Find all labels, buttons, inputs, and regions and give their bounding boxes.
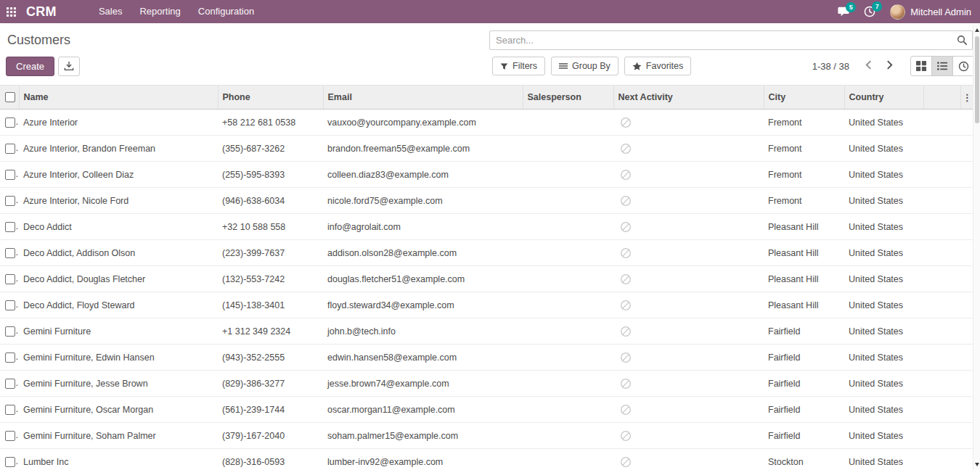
- table-row[interactable]: Deco Addict +32 10 588 558 info@agrolait…: [0, 214, 973, 240]
- cell-country[interactable]: United States: [844, 345, 923, 371]
- cell-next-activity[interactable]: [613, 214, 764, 240]
- cell-phone[interactable]: (355)-687-3262: [218, 136, 323, 162]
- cell-salesperson[interactable]: [523, 423, 613, 449]
- cell-next-activity[interactable]: [613, 162, 764, 188]
- cell-city[interactable]: Fremont: [764, 162, 844, 188]
- kanban-view-button[interactable]: [910, 56, 932, 76]
- cell-name[interactable]: Gemini Furniture, Soham Palmer: [19, 423, 218, 449]
- cell-phone[interactable]: (943)-352-2555: [218, 345, 323, 371]
- cell-salesperson[interactable]: [523, 397, 613, 423]
- cell-salesperson[interactable]: [523, 188, 613, 214]
- cell-phone[interactable]: +58 212 681 0538: [218, 110, 323, 136]
- table-row[interactable]: Gemini Furniture +1 312 349 2324 john.b@…: [0, 318, 973, 345]
- cell-phone[interactable]: (255)-595-8393: [218, 162, 323, 188]
- menu-sales[interactable]: Sales: [91, 0, 130, 23]
- cell-country[interactable]: United States: [844, 292, 923, 318]
- create-button[interactable]: Create: [6, 57, 54, 76]
- cell-country[interactable]: United States: [844, 188, 923, 214]
- next-activity-icon[interactable]: [620, 221, 632, 233]
- cell-country[interactable]: United States: [844, 136, 923, 162]
- cell-name[interactable]: Gemini Furniture, Oscar Morgan: [19, 397, 218, 423]
- cell-city[interactable]: Pleasant Hill: [764, 292, 844, 318]
- cell-city[interactable]: Fairfield: [764, 371, 844, 397]
- cell-email[interactable]: jesse.brown74@example.com: [323, 371, 523, 397]
- cell-name[interactable]: Gemini Furniture, Edwin Hansen: [19, 345, 218, 371]
- cell-city[interactable]: Fairfield: [764, 423, 844, 449]
- cell-phone[interactable]: (828)-316-0593: [218, 449, 323, 470]
- column-header-email[interactable]: Email: [323, 86, 523, 110]
- table-row[interactable]: Lumber Inc (828)-316-0593 lumber-inv92@e…: [0, 449, 973, 470]
- cell-next-activity[interactable]: [613, 292, 764, 318]
- next-activity-icon[interactable]: [620, 247, 632, 259]
- column-header-phone[interactable]: Phone: [218, 86, 323, 110]
- row-checkbox[interactable]: [5, 457, 15, 467]
- cell-country[interactable]: United States: [844, 110, 923, 136]
- table-row[interactable]: Gemini Furniture, Edwin Hansen (943)-352…: [0, 345, 973, 371]
- next-activity-icon[interactable]: [620, 404, 632, 416]
- cell-next-activity[interactable]: [613, 318, 764, 345]
- vertical-scrollbar[interactable]: [973, 25, 980, 470]
- cell-email[interactable]: oscar.morgan11@example.com: [323, 397, 523, 423]
- menu-reporting[interactable]: Reporting: [132, 0, 187, 23]
- cell-phone[interactable]: (223)-399-7637: [218, 240, 323, 266]
- cell-salesperson[interactable]: [523, 162, 613, 188]
- list-view-button[interactable]: [931, 56, 953, 76]
- row-checkbox[interactable]: [5, 352, 15, 363]
- pager-previous-button[interactable]: [859, 57, 878, 75]
- favorites-button[interactable]: Favorites: [624, 57, 691, 75]
- cell-country[interactable]: United States: [844, 318, 923, 345]
- cell-phone[interactable]: +32 10 588 558: [218, 214, 323, 240]
- cell-name[interactable]: Gemini Furniture, Jesse Brown: [19, 371, 218, 397]
- next-activity-icon[interactable]: [620, 326, 632, 337]
- row-checkbox[interactable]: [5, 222, 15, 232]
- cell-country[interactable]: United States: [844, 371, 923, 397]
- cell-city[interactable]: Fairfield: [764, 397, 844, 423]
- row-checkbox[interactable]: [5, 405, 15, 415]
- cell-email[interactable]: brandon.freeman55@example.com: [323, 136, 523, 162]
- column-header-country[interactable]: Country: [844, 86, 923, 110]
- cell-city[interactable]: Pleasant Hill: [764, 214, 844, 240]
- cell-phone[interactable]: (379)-167-2040: [218, 423, 323, 449]
- filters-button[interactable]: Filters: [492, 57, 545, 75]
- cell-next-activity[interactable]: [613, 345, 764, 371]
- cell-salesperson[interactable]: [523, 345, 613, 371]
- next-activity-icon[interactable]: [620, 117, 632, 128]
- cell-salesperson[interactable]: [523, 318, 613, 345]
- column-header-next-activity[interactable]: Next Activity: [613, 86, 764, 110]
- row-checkbox[interactable]: [5, 170, 15, 180]
- cell-next-activity[interactable]: [613, 449, 764, 470]
- cell-country[interactable]: United States: [844, 162, 923, 188]
- cell-country[interactable]: United States: [844, 423, 923, 449]
- cell-city[interactable]: Fairfield: [764, 318, 844, 345]
- apps-menu-button[interactable]: [0, 0, 22, 23]
- row-checkbox[interactable]: [5, 196, 15, 206]
- cell-next-activity[interactable]: [613, 240, 764, 266]
- cell-phone[interactable]: (829)-386-3277: [218, 371, 323, 397]
- next-activity-icon[interactable]: [620, 195, 632, 207]
- row-checkbox[interactable]: [5, 379, 15, 389]
- cell-phone[interactable]: (132)-553-7242: [218, 266, 323, 292]
- cell-salesperson[interactable]: [523, 214, 613, 240]
- cell-email[interactable]: douglas.fletcher51@example.com: [323, 266, 523, 292]
- cell-phone[interactable]: +1 312 349 2324: [218, 318, 323, 345]
- scrollbar-thumb[interactable]: [975, 36, 979, 123]
- group-by-button[interactable]: Group By: [551, 57, 618, 75]
- cell-name[interactable]: Deco Addict, Douglas Fletcher: [19, 266, 218, 292]
- column-header-name[interactable]: Name: [19, 86, 218, 110]
- cell-next-activity[interactable]: [613, 136, 764, 162]
- scroll-up-arrow-icon[interactable]: [975, 28, 979, 32]
- cell-name[interactable]: Gemini Furniture: [19, 318, 218, 345]
- cell-city[interactable]: Stockton: [764, 449, 844, 470]
- cell-email[interactable]: colleen.diaz83@example.com: [323, 162, 523, 188]
- cell-name[interactable]: Deco Addict, Addison Olson: [19, 240, 218, 266]
- cell-name[interactable]: Lumber Inc: [19, 449, 218, 470]
- cell-salesperson[interactable]: [523, 449, 613, 470]
- cell-email[interactable]: lumber-inv92@example.com: [323, 449, 523, 470]
- table-row[interactable]: Gemini Furniture, Jesse Brown (829)-386-…: [0, 371, 973, 397]
- table-row[interactable]: Gemini Furniture, Oscar Morgan (561)-239…: [0, 397, 973, 423]
- cell-email[interactable]: nicole.ford75@example.com: [323, 188, 523, 214]
- cell-city[interactable]: Fremont: [764, 110, 844, 136]
- row-checkbox[interactable]: [5, 248, 15, 258]
- cell-next-activity[interactable]: [613, 188, 764, 214]
- activity-view-button[interactable]: [952, 56, 974, 76]
